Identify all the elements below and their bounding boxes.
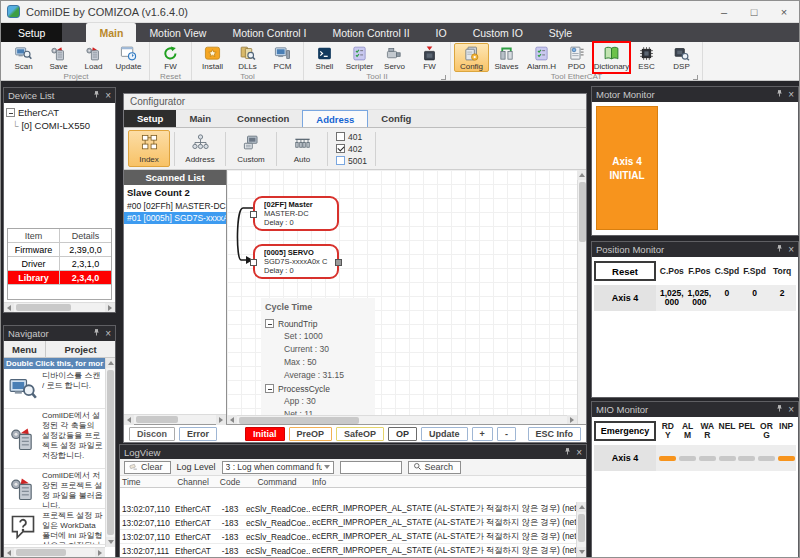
tab-connection[interactable]: Connection xyxy=(224,110,302,127)
table-row[interactable]: Library2,3,4,0 xyxy=(8,271,111,285)
ribbon-tab-motion-control-ii[interactable]: Motion Control II xyxy=(320,23,423,42)
state-button-esc-info[interactable]: ESC Info xyxy=(528,427,582,441)
close-icon[interactable]: × xyxy=(105,91,111,100)
list-item[interactable]: 디바이스를 스캔 / 로드 합니다. xyxy=(4,369,105,409)
state-button-discon[interactable]: Discon xyxy=(129,427,175,441)
horizontal-scrollbar[interactable] xyxy=(4,547,105,557)
log-row[interactable]: 13:02:07,110EtherCAT-183ecSlv_ReadCoe...… xyxy=(120,530,576,544)
scroll-right-icon[interactable] xyxy=(216,415,226,425)
scroll-right-icon[interactable] xyxy=(105,303,115,313)
scroll-up-icon[interactable] xyxy=(106,358,116,368)
group-expander-icon[interactable] xyxy=(693,75,698,80)
ribbon-button-save[interactable]: Save xyxy=(41,43,76,72)
state-button-preop[interactable]: PreOP xyxy=(289,427,333,441)
horizontal-scrollbar[interactable] xyxy=(227,415,577,424)
scroll-up-icon[interactable] xyxy=(577,170,586,180)
checkbox-402[interactable]: 402 xyxy=(336,144,367,154)
list-item[interactable]: ComiIDE에서 설정된 각 축들의 설정값들을 프로젝트 설정 파일로 저장… xyxy=(4,409,105,469)
pin-icon[interactable] xyxy=(775,89,784,100)
vertical-scrollbar[interactable] xyxy=(577,170,586,424)
axis-state-block[interactable]: Axis 4 INITIAL xyxy=(596,106,658,230)
ribbon-button-dlls[interactable]: DLLs xyxy=(230,43,265,72)
state-button-safeop[interactable]: SafeOP xyxy=(336,427,384,441)
scroll-up-icon[interactable] xyxy=(577,502,587,512)
scroll-left-icon[interactable] xyxy=(124,415,134,425)
state-button-error[interactable]: Error xyxy=(179,427,217,441)
ribbon-button-config[interactable]: Config xyxy=(454,43,489,72)
scroll-right-icon[interactable] xyxy=(95,548,105,558)
view-button-index[interactable]: Index xyxy=(128,130,170,167)
pin-icon[interactable] xyxy=(775,404,784,415)
pin-icon[interactable] xyxy=(775,244,784,255)
scroll-right-icon[interactable] xyxy=(567,415,577,424)
state-button-[interactable]: - xyxy=(497,427,516,441)
ribbon-button-dictionary[interactable]: Dictionary xyxy=(594,43,629,72)
group-expander-icon[interactable] xyxy=(441,75,446,80)
search-input[interactable] xyxy=(340,461,402,474)
node-servo[interactable]: [0005] SERVO SGD7S-xxxxA0x C Delay : 0 xyxy=(253,244,339,279)
pin-icon[interactable] xyxy=(92,328,101,339)
view-button-auto[interactable]: Auto xyxy=(281,130,323,167)
log-level-dropdown[interactable]: 3 : Log when command functi xyxy=(222,461,334,474)
ribbon-tab-io[interactable]: IO xyxy=(423,23,460,42)
scroll-thumb[interactable] xyxy=(16,304,71,311)
ribbon-tab-motion-control-i[interactable]: Motion Control I xyxy=(219,23,319,42)
table-row[interactable]: Axis 4 xyxy=(594,445,796,471)
ribbon-tab-main[interactable]: Main xyxy=(86,23,136,42)
ribbon-button-dsp[interactable]: DSP xyxy=(664,43,699,72)
ribbon-button-install[interactable]: Install xyxy=(195,43,230,72)
ribbon-button-scan[interactable]: Scan xyxy=(6,43,41,72)
pin-icon[interactable] xyxy=(563,447,572,458)
slave-list-item[interactable]: #01 [0005h] SGD7S-xxxxA0x CoE xyxy=(124,212,226,224)
state-button-initial[interactable]: Initial xyxy=(245,427,285,441)
tab-config[interactable]: Config xyxy=(368,110,424,127)
scroll-down-icon[interactable] xyxy=(106,537,116,547)
ribbon-tab-custom-io[interactable]: Custom IO xyxy=(460,23,536,42)
ribbon-app-tab-setup[interactable]: Setup xyxy=(1,23,62,42)
horizontal-scrollbar[interactable] xyxy=(4,302,115,312)
checkbox-5001[interactable]: 5001 xyxy=(336,156,367,166)
ribbon-button-alarm-h[interactable]: Alarm.H xyxy=(524,43,559,72)
clear-button[interactable]: Clear xyxy=(124,461,171,474)
cycle-group-roundtrip[interactable]: RoundTrip xyxy=(265,317,371,330)
list-item[interactable]: ComiIDE에서 저장된 프로젝트 설정 파일을 불러옵니다. xyxy=(4,469,105,509)
slave-list-item[interactable]: #00 [02FFh] MASTER-DC xyxy=(124,200,226,212)
tree-expander-icon[interactable] xyxy=(6,108,15,117)
ribbon-button-servo[interactable]: Servo xyxy=(377,43,412,72)
tree-node-0-comi-lx550[interactable]: └[0] COMI-LX550 xyxy=(6,119,113,132)
list-item[interactable]: 프로젝트 설정 파일은 WorkData 폴더에 ini 파일형식으로 저장됩니… xyxy=(4,509,105,545)
close-icon[interactable]: × xyxy=(788,245,794,254)
scroll-left-icon[interactable] xyxy=(227,415,237,424)
ribbon-button-slaves[interactable]: Slaves xyxy=(489,43,524,72)
ribbon-button-update[interactable]: Update xyxy=(111,43,146,72)
tree-node-ethercat[interactable]: EtherCAT xyxy=(6,106,113,119)
cycle-group-processcycle[interactable]: ProcessCycle xyxy=(265,382,371,395)
ribbon-button-shell[interactable]: Shell xyxy=(307,43,342,72)
maximize-button[interactable]: □ xyxy=(739,1,769,22)
state-button-[interactable]: + xyxy=(472,427,493,441)
tab-address[interactable]: Address xyxy=(302,110,368,127)
reset-button[interactable]: Reset xyxy=(594,261,656,281)
close-button[interactable]: × xyxy=(769,1,799,22)
vertical-scrollbar[interactable] xyxy=(105,358,115,547)
ribbon-button-pdo[interactable]: PDO xyxy=(559,43,594,72)
ribbon-button-fw[interactable]: FW xyxy=(153,43,188,72)
search-button[interactable]: Search xyxy=(408,461,462,474)
table-row[interactable]: Firmware2,39,0,0 xyxy=(8,243,111,257)
checkbox-401[interactable]: 401 xyxy=(336,132,367,142)
view-button-custom[interactable]: Custom xyxy=(230,130,272,167)
horizontal-scrollbar[interactable] xyxy=(124,414,226,424)
close-icon[interactable]: × xyxy=(788,405,794,414)
state-button-update[interactable]: Update xyxy=(421,427,468,441)
close-icon[interactable]: × xyxy=(576,448,582,457)
ribbon-button-esc[interactable]: ESC xyxy=(629,43,664,72)
tree-expander-icon[interactable] xyxy=(265,319,274,328)
ribbon-tab-style[interactable]: Style xyxy=(536,23,585,42)
tree-expander-icon[interactable] xyxy=(265,384,274,393)
log-row[interactable]: 13:02:07,110EtherCAT-183ecSlv_ReadCoe...… xyxy=(120,516,576,530)
node-master[interactable]: [02FF] Master MASTER-DC Delay : 0 xyxy=(253,196,339,231)
minimize-button[interactable]: – xyxy=(709,1,739,22)
log-row[interactable]: 13:02:07,111EtherCAT-183ecSlv_ReadCoe...… xyxy=(120,544,576,557)
state-button-op[interactable]: OP xyxy=(388,427,417,441)
vertical-scrollbar[interactable] xyxy=(576,502,586,557)
